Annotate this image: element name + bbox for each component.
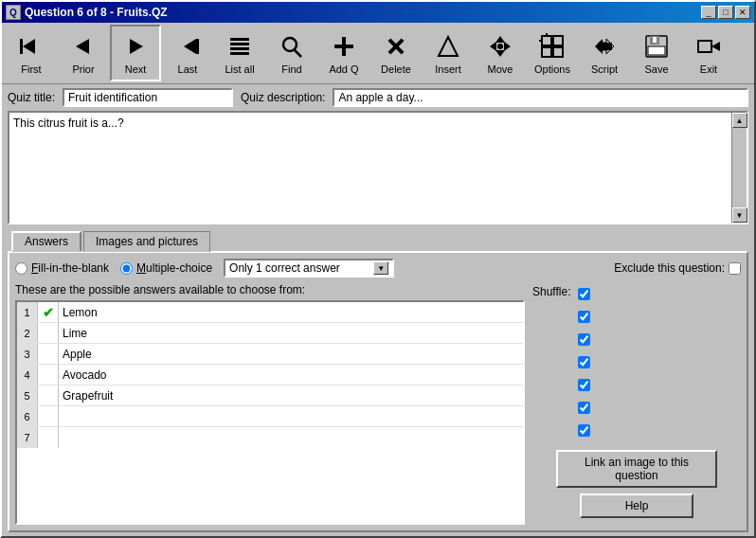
list-all-label: List all [225,63,254,75]
svg-marker-3 [130,39,143,54]
shuffle-label-area: Shuffle: [532,283,570,298]
tab-images[interactable]: Images and pictures [83,231,210,252]
exclude-row: Exclude this question: [614,261,741,275]
title-bar: Q Question 6 of 8 - Fruits.QZ _ □ ✕ [2,2,754,23]
answer-text-7[interactable] [59,427,523,448]
options-icon [537,31,567,62]
shuffle-check-6[interactable] [578,402,590,414]
svg-marker-18 [495,50,505,57]
window-title: Question 6 of 8 - Fruits.QZ [25,6,701,19]
answer-check-6[interactable] [38,406,59,426]
exclude-checkbox[interactable] [729,262,741,275]
svg-point-21 [497,44,503,49]
shuffle-check-row-2 [578,306,590,327]
multiple-radio-group: Multiple-choice [120,261,212,275]
answer-check-2[interactable] [38,323,59,343]
toolbar: First Prior Next [2,23,754,84]
find-button[interactable]: Find [266,25,317,81]
shuffle-check-2[interactable] [578,311,590,323]
answer-check-4[interactable] [38,365,59,385]
scroll-thumb[interactable] [733,128,747,207]
save-button[interactable]: Save [631,25,682,81]
minimize-button[interactable]: _ [701,6,716,19]
prior-button[interactable]: Prior [58,25,109,81]
form-row: Quiz title: Quiz description: [8,88,748,107]
answer-text-1[interactable] [59,302,523,322]
quiz-title-input[interactable] [63,88,233,107]
link-image-button[interactable]: Link an image to this question [556,450,717,488]
dropdown-arrow-icon: ▼ [373,261,388,275]
shuffle-check-3[interactable] [578,333,590,346]
answer-row-2: 2 [17,323,523,344]
answers-grid: 1 ✔ 2 [15,300,525,525]
answer-text-5[interactable] [59,386,523,405]
svg-rect-35 [698,41,711,52]
close-button[interactable]: ✕ [735,6,750,19]
svg-marker-20 [504,42,511,51]
multiple-label: Multiple-choice [136,261,212,275]
answers-table-area: These are the possible answers available… [15,283,525,525]
next-button[interactable]: Next [110,25,161,81]
svg-rect-34 [653,37,657,43]
quiz-description-input[interactable] [333,88,748,107]
question-scrollbar[interactable]: ▲ ▼ [731,113,747,223]
question-textarea[interactable]: This citrus fruit is a...? [9,113,731,223]
correct-answer-dropdown[interactable]: Only 1 correct answer ▼ [224,259,394,278]
move-icon [485,31,515,62]
move-button[interactable]: Move [475,25,526,81]
svg-marker-17 [495,36,505,43]
answer-text-6[interactable] [59,406,523,426]
shuffle-section: Shuffle: [532,283,741,440]
answer-text-2[interactable] [59,323,523,343]
add-q-label: Add Q [329,63,358,75]
answer-check-1[interactable]: ✔ [38,302,59,322]
delete-button[interactable]: Delete [370,25,422,81]
multiple-radio[interactable] [120,262,133,275]
maximize-button[interactable]: □ [718,6,733,19]
svg-rect-27 [553,47,563,57]
answer-num-5: 5 [17,386,38,405]
answer-check-5[interactable] [38,386,59,405]
first-button[interactable]: First [6,25,57,81]
scroll-down-arrow[interactable]: ▼ [732,207,747,223]
answer-text-3[interactable] [59,344,523,364]
answer-row-7: 7 [17,427,523,448]
last-button[interactable]: Last [162,25,213,81]
shuffle-check-5[interactable] [578,379,590,391]
scroll-up-arrow[interactable]: ▲ [732,113,747,128]
exit-label: Exit [700,63,717,75]
insert-button[interactable]: Insert [423,25,474,81]
answer-check-3[interactable] [38,344,59,364]
svg-rect-6 [230,38,249,41]
shuffle-check-7[interactable] [578,424,590,437]
help-button[interactable]: Help [580,493,693,518]
svg-marker-4 [184,39,196,54]
content-area: Quiz title: Quiz description: This citru… [2,84,754,536]
save-icon [641,31,672,62]
svg-marker-1 [23,39,35,54]
exit-button[interactable]: Exit [683,25,734,81]
main-window: Q Question 6 of 8 - Fruits.QZ _ □ ✕ Firs… [0,0,756,538]
answer-text-4[interactable] [59,365,523,385]
tab-container: Answers Images and pictures Fill-in-the-… [8,230,748,532]
shuffle-checks [578,283,590,440]
fill-radio[interactable] [15,262,27,275]
list-all-button[interactable]: List all [214,25,265,81]
answer-num-7: 7 [17,427,38,448]
answer-check-7[interactable] [38,427,59,448]
insert-icon [433,31,463,62]
script-label: Script [591,63,618,75]
shuffle-check-1[interactable] [578,288,590,300]
add-q-button[interactable]: Add Q [318,25,369,81]
options-button[interactable]: Options [527,25,578,81]
svg-rect-24 [553,36,563,45]
shuffle-check-row-4 [578,351,590,372]
exclude-label: Exclude this question: [614,261,725,275]
svg-rect-33 [648,46,665,55]
shuffle-check-4[interactable] [578,356,590,368]
find-icon [277,31,307,62]
tab-answers[interactable]: Answers [11,231,81,252]
find-label: Find [281,63,301,75]
svg-rect-0 [20,39,23,54]
script-button[interactable]: Script [579,25,630,81]
